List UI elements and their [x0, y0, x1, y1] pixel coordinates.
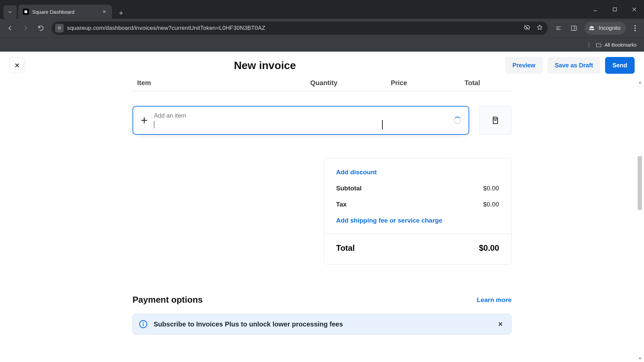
add-item-label: Add an item [154, 112, 454, 119]
tax-label: Tax [336, 201, 346, 208]
svg-rect-1 [572, 26, 577, 30]
tab-title: Square Dashboard [32, 9, 98, 15]
send-button[interactable]: Send [605, 57, 635, 74]
bookmarks-bar: | All Bookmarks [0, 38, 644, 52]
column-price: Price [391, 79, 465, 87]
window-minimize-button[interactable] [586, 0, 605, 19]
payment-options-heading: Payment options [132, 295, 203, 305]
svg-point-6 [143, 322, 144, 323]
total-value: $0.00 [479, 243, 499, 253]
eye-off-icon[interactable] [524, 24, 530, 32]
side-panel-button[interactable] [567, 21, 581, 35]
learn-more-link[interactable]: Learn more [477, 296, 512, 304]
item-library-button[interactable] [479, 106, 512, 135]
tab-close-button[interactable] [101, 9, 107, 15]
incognito-indicator[interactable]: Incognito [585, 22, 626, 35]
window-maximize-button[interactable] [605, 0, 625, 19]
loading-spinner-icon [454, 117, 461, 124]
close-button[interactable] [9, 58, 25, 73]
scroll-down-arrow-icon[interactable] [637, 355, 643, 362]
add-shipping-link[interactable]: Add shipping fee or service charge [336, 217, 442, 224]
page-title: New invoice [25, 59, 505, 72]
plus-icon [138, 114, 151, 127]
column-total: Total [465, 79, 512, 87]
url-text: squareup.com/dashboard/invoices/new?curr… [67, 25, 265, 32]
info-icon [139, 320, 148, 328]
scrollbar-thumb[interactable] [638, 156, 642, 210]
nav-forward-button[interactable] [19, 21, 32, 35]
banner-message: Subscribe to Invoices Plus to unlock low… [154, 320, 490, 328]
column-item: Item [132, 79, 310, 87]
browser-tab[interactable]: Square Dashboard [18, 5, 112, 19]
svg-rect-7 [143, 324, 144, 326]
svg-point-3 [634, 27, 636, 29]
scroll-up-arrow-icon[interactable] [637, 79, 643, 86]
browser-toolbar: squareup.com/dashboard/invoices/new?curr… [0, 19, 644, 38]
add-item-input[interactable] [154, 121, 454, 129]
tax-value: $0.00 [483, 201, 499, 208]
window-close-button[interactable] [625, 0, 644, 19]
add-item-field[interactable]: Add an item [132, 106, 469, 135]
summary-card: Add discount Subtotal $0.00 Tax $0.00 Ad… [324, 158, 512, 264]
svg-rect-0 [613, 8, 616, 11]
page-scrollbar[interactable] [637, 79, 643, 362]
summary-divider [324, 234, 511, 234]
bookmark-star-button[interactable] [536, 24, 543, 32]
save-draft-button[interactable]: Save as Draft [547, 57, 600, 74]
browser-menu-button[interactable] [629, 21, 641, 35]
invoices-plus-banner: Subscribe to Invoices Plus to unlock low… [132, 314, 512, 335]
banner-dismiss-button[interactable] [496, 319, 505, 329]
header-divider [132, 91, 512, 91]
gemini-icon[interactable] [552, 21, 565, 35]
subtotal-value: $0.00 [483, 185, 499, 192]
svg-point-4 [634, 30, 636, 31]
page-viewport: New invoice Preview Save as Draft Send I… [0, 52, 644, 362]
all-bookmarks-button[interactable]: All Bookmarks [596, 42, 637, 48]
subtotal-label: Subtotal [336, 185, 362, 192]
svg-point-2 [634, 25, 636, 26]
bookmarks-separator: | [588, 41, 590, 48]
new-tab-button[interactable] [115, 7, 127, 19]
browser-titlebar: Square Dashboard [0, 0, 644, 19]
nav-back-button[interactable] [3, 21, 17, 35]
square-favicon [23, 9, 29, 15]
column-quantity: Quantity [310, 79, 391, 87]
nav-reload-button[interactable] [34, 21, 48, 35]
address-bar[interactable]: squareup.com/dashboard/invoices/new?curr… [52, 21, 548, 35]
preview-button[interactable]: Preview [505, 57, 543, 74]
site-info-button[interactable] [55, 24, 64, 33]
app-header: New invoice Preview Save as Draft Send [0, 52, 644, 79]
incognito-label: Incognito [599, 25, 621, 31]
all-bookmarks-label: All Bookmarks [604, 42, 637, 48]
text-cursor-icon [382, 120, 383, 129]
tab-search-button[interactable] [3, 5, 17, 19]
line-items-header: Item Quantity Price Total [132, 79, 512, 89]
total-label: Total [336, 243, 355, 253]
add-discount-link[interactable]: Add discount [336, 169, 499, 176]
